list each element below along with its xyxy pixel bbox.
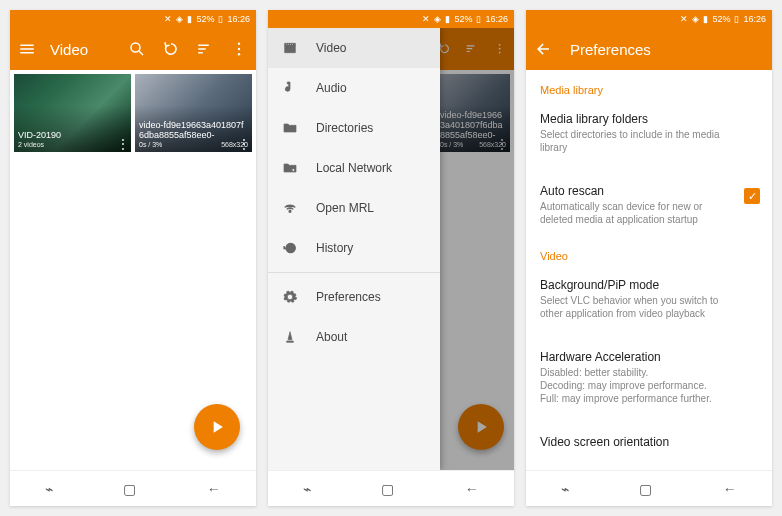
battery-icon: ▯	[734, 14, 739, 24]
drawer-item-label: Local Network	[316, 161, 392, 175]
pref-auto-rescan[interactable]: Auto rescan Automatically scan device fo…	[526, 174, 772, 236]
folder-icon	[282, 120, 298, 136]
wifi-icon: ◈	[692, 14, 699, 24]
section-video: Video	[526, 236, 772, 268]
preferences-list[interactable]: Media library Media library folders Sele…	[526, 70, 772, 470]
clock: 16:26	[485, 14, 508, 24]
clock: 16:26	[227, 14, 250, 24]
battery-icon: ▯	[218, 14, 223, 24]
mute-icon: ✕	[164, 14, 172, 24]
drawer-item-open-mrl[interactable]: Open MRL	[268, 188, 440, 228]
video-icon	[282, 40, 298, 56]
tile-more-icon[interactable]: ⋮	[238, 138, 250, 150]
nav-recent-icon[interactable]: ⌁	[561, 481, 569, 497]
nav-home-icon[interactable]: ▢	[639, 481, 652, 497]
pref-screen-orientation[interactable]: Video screen orientation	[526, 425, 772, 459]
nav-back-icon[interactable]: ←	[207, 481, 221, 497]
search-icon[interactable]	[128, 40, 146, 58]
screen-drawer: ✕ ◈ ▮ 52% ▯ 16:26	[268, 10, 514, 506]
video-grid: VID-20190 2 videos ⋮ video-fd9e19663a401…	[10, 70, 256, 156]
svg-point-0	[131, 43, 140, 52]
screen-video-list: ✕ ◈ ▮ 52% ▯ 16:26 Video	[10, 10, 256, 506]
video-subtitle: 0s / 3% 568x320	[139, 141, 248, 148]
page-title: Video	[50, 41, 114, 58]
drawer-divider	[268, 272, 440, 273]
checkbox-checked-icon[interactable]	[744, 188, 760, 204]
video-title: video-fd9e19663a401807f6dba8855af58ee0-	[139, 121, 248, 141]
drawer-item-preferences[interactable]: Preferences	[268, 277, 440, 317]
last-played-icon[interactable]	[162, 40, 180, 58]
video-subtitle: 2 videos	[18, 141, 127, 148]
nav-home-icon[interactable]: ▢	[381, 481, 394, 497]
mute-icon: ✕	[680, 14, 688, 24]
gear-icon	[282, 289, 298, 305]
video-content: VID-20190 2 videos ⋮ video-fd9e19663a401…	[10, 70, 256, 470]
play-fab[interactable]	[194, 404, 240, 450]
sort-icon[interactable]	[196, 40, 214, 58]
status-bar: ✕ ◈ ▮ 52% ▯ 16:26	[268, 10, 514, 28]
pref-media-library-folders[interactable]: Media library folders Select directories…	[526, 102, 772, 164]
section-history: History	[526, 459, 772, 470]
nav-home-icon[interactable]: ▢	[123, 481, 136, 497]
android-nav-bar: ⌁ ▢ ←	[268, 470, 514, 506]
back-arrow-icon[interactable]	[534, 40, 552, 58]
drawer-item-directories[interactable]: Directories	[268, 108, 440, 148]
svg-point-3	[238, 48, 240, 50]
svg-point-2	[238, 43, 240, 45]
video-title: VID-20190	[18, 131, 127, 141]
drawer-item-local-network[interactable]: Local Network	[268, 148, 440, 188]
history-icon	[282, 240, 298, 256]
drawer-item-label: Audio	[316, 81, 347, 95]
drawer-item-label: Directories	[316, 121, 373, 135]
nav-back-icon[interactable]: ←	[465, 481, 479, 497]
android-nav-bar: ⌁ ▢ ←	[526, 470, 772, 506]
svg-point-13	[289, 210, 291, 212]
battery-pct: 52%	[712, 14, 730, 24]
page-title: Preferences	[570, 41, 764, 58]
more-icon[interactable]	[230, 40, 248, 58]
signal-icon: ▮	[703, 14, 708, 24]
wifi-icon: ◈	[434, 14, 441, 24]
network-folder-icon	[282, 160, 298, 176]
drawer-item-label: History	[316, 241, 353, 255]
pref-hardware-acceleration[interactable]: Hardware Acceleration Disabled: better s…	[526, 340, 772, 415]
svg-rect-8	[286, 44, 287, 45]
drawer-item-label: Video	[316, 41, 346, 55]
svg-rect-9	[288, 44, 289, 45]
section-media-library: Media library	[526, 70, 772, 102]
nav-drawer: Video Audio Directories Local Network	[268, 28, 440, 470]
stream-icon	[282, 200, 298, 216]
battery-pct: 52%	[454, 14, 472, 24]
clock: 16:26	[743, 14, 766, 24]
status-bar: ✕ ◈ ▮ 52% ▯ 16:26	[526, 10, 772, 28]
vlc-cone-icon	[282, 329, 298, 345]
pref-background-pip[interactable]: Background/PiP mode Select VLC behavior …	[526, 268, 772, 330]
svg-line-1	[139, 51, 143, 55]
nav-recent-icon[interactable]: ⌁	[303, 481, 311, 497]
app-bar: Preferences	[526, 28, 772, 70]
svg-rect-10	[290, 44, 291, 45]
wifi-icon: ◈	[176, 14, 183, 24]
audio-icon	[282, 80, 298, 96]
status-bar: ✕ ◈ ▮ 52% ▯ 16:26	[10, 10, 256, 28]
drawer-item-audio[interactable]: Audio	[268, 68, 440, 108]
battery-icon: ▯	[476, 14, 481, 24]
drawer-item-history[interactable]: History	[268, 228, 440, 268]
nav-recent-icon[interactable]: ⌁	[45, 481, 53, 497]
svg-point-4	[238, 53, 240, 55]
video-tile[interactable]: video-fd9e19663a401807f6dba8855af58ee0- …	[135, 74, 252, 152]
app-bar: Video	[10, 28, 256, 70]
screen-preferences: ✕ ◈ ▮ 52% ▯ 16:26 Preferences Media libr…	[526, 10, 772, 506]
hamburger-icon[interactable]	[18, 40, 36, 58]
drawer-item-label: Preferences	[316, 290, 381, 304]
android-nav-bar: ⌁ ▢ ←	[10, 470, 256, 506]
signal-icon: ▮	[445, 14, 450, 24]
drawer-item-about[interactable]: About	[268, 317, 440, 357]
svg-rect-11	[292, 44, 293, 45]
mute-icon: ✕	[422, 14, 430, 24]
tile-more-icon[interactable]: ⋮	[117, 138, 129, 150]
drawer-item-video[interactable]: Video	[268, 28, 440, 68]
video-tile[interactable]: VID-20190 2 videos ⋮	[14, 74, 131, 152]
signal-icon: ▮	[187, 14, 192, 24]
nav-back-icon[interactable]: ←	[723, 481, 737, 497]
